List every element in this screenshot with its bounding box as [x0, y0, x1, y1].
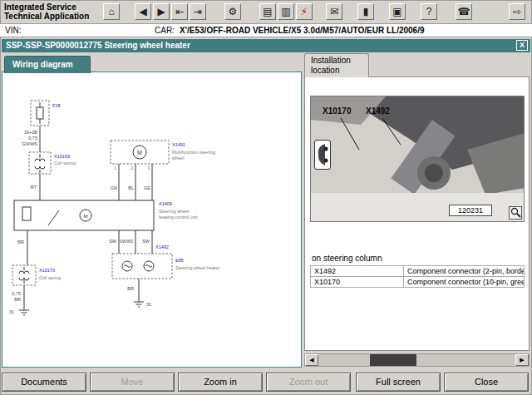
wire-swws-label: SW/WS: [120, 239, 133, 244]
wire-br-right-label: BR: [127, 286, 134, 291]
page-back-icon[interactable]: ⇤: [171, 3, 188, 20]
location-caption: on steering column: [312, 254, 382, 263]
close-button[interactable]: Close: [444, 373, 529, 392]
measurement-icon[interactable]: ▤: [259, 3, 276, 20]
heater-ref-label: E85: [175, 258, 184, 263]
battery-icon[interactable]: ▮: [357, 3, 374, 20]
wire-br-left-label: BR: [17, 239, 24, 244]
wire-ge-label: GE: [144, 185, 150, 190]
wire-bottom-line2: BR: [14, 297, 21, 302]
multifunction-label-line1: Multifunction steering: [172, 150, 215, 155]
wire-spec-line1: 16+2B: [24, 130, 37, 135]
wire-bl-label: BL: [128, 185, 134, 190]
coil-bottom-label: Coil spring: [39, 275, 61, 280]
tab-installation-location-line1: Installation: [311, 56, 368, 66]
forward-icon[interactable]: ▶: [153, 3, 170, 20]
documents-button[interactable]: Documents: [2, 373, 86, 392]
installation-photo[interactable]: X10170 X1492 120231: [310, 96, 525, 222]
pin-number-1: 1: [114, 166, 116, 170]
fuse-ref-label: F28: [52, 103, 60, 108]
pin-number-2: 2: [131, 166, 133, 170]
connection-icon[interactable]: ⚡: [296, 3, 313, 20]
vin-label: VIN:: [5, 24, 21, 37]
app-title-line2: Technical Application: [4, 12, 89, 21]
horizontal-scrollbar[interactable]: ◀ ▶: [304, 353, 530, 367]
scroll-left-icon[interactable]: ◀: [305, 354, 318, 366]
photo-label-x10170: X10170: [323, 106, 351, 116]
display-icon[interactable]: ▥: [278, 3, 294, 20]
control-unit-ref-label: A1409: [159, 201, 172, 206]
tab-installation-location-line2: location: [311, 66, 368, 76]
wiring-diagram-panel: M M: [2, 72, 302, 368]
tab-wiring-diagram[interactable]: Wiring diagram: [4, 56, 91, 73]
car-value: X'/E53/OFF-ROAD VEHICLE/X5 3.0d/M57/AUTO…: [180, 24, 425, 37]
back-icon[interactable]: ◀: [135, 3, 151, 20]
move-button: Move: [90, 373, 175, 392]
multifunction-symbol-letter: M: [137, 150, 142, 156]
connector-name: X1492: [311, 266, 404, 276]
ground-left-label: 31: [9, 309, 14, 314]
scrollbar-track[interactable]: [318, 354, 515, 366]
coil-top-ref-label: X10169: [54, 154, 70, 159]
scrollbar-thumb[interactable]: [370, 354, 416, 366]
tab-wiring-diagram-label: Wiring diagram: [12, 60, 73, 69]
help-icon[interactable]: ?: [421, 3, 437, 20]
wire-spec-line2: 0,75: [28, 136, 37, 141]
photo-label-x1492: X1492: [366, 106, 390, 116]
ground-right-label: 31: [146, 302, 151, 307]
vin-bar: VIN: CAR: X'/E53/OFF-ROAD VEHICLE/X5 3.0…: [0, 23, 532, 37]
wire-rt-label: RT: [31, 185, 37, 190]
control-unit-label-line1: Steering wheel: [159, 209, 189, 214]
document-title-bar: SSP-SSP-SP0000012775 Steering wheel heat…: [2, 39, 530, 52]
table-row: X10170 Component connector (10-pin, gree…: [311, 277, 525, 288]
connector-description: Component connector (10-pin, green,: [404, 277, 525, 287]
fuse-symbol: [37, 102, 43, 124]
car-label: CAR:: [155, 24, 175, 37]
document-title: SSP-SSP-SP0000012775 Steering wheel heat…: [6, 41, 190, 50]
control-unit-label-line2: heating control unit: [159, 215, 198, 220]
wire-sw1-label: SW: [109, 239, 117, 244]
ground-symbols: [19, 302, 144, 315]
connector-x1492-label: X1492: [155, 244, 169, 249]
app-title: Integrated Service Technical Application: [4, 2, 89, 21]
wire-sw2-label: SW: [142, 239, 150, 244]
heater-element-symbols: [122, 261, 154, 271]
control-unit-symbol-letter: M: [84, 214, 88, 219]
coil-top-label: Coil spring: [54, 160, 76, 165]
scroll-right-icon[interactable]: ▶: [515, 354, 529, 366]
tab-installation-location[interactable]: Installation location: [304, 53, 369, 77]
zoom-out-button: Zoom out: [266, 373, 351, 392]
app-window: Integrated Service Technical Application…: [0, 0, 532, 395]
connector-name: X10170: [311, 277, 404, 287]
zoom-in-button[interactable]: Zoom in: [178, 373, 263, 392]
table-row: X1492 Component connector (2-pin, bordea…: [311, 266, 525, 277]
connector-table: X1492 Component connector (2-pin, bordea…: [310, 265, 525, 288]
heater-label: Steering wheel heater: [175, 265, 220, 270]
magnifier-icon[interactable]: [509, 206, 522, 220]
image-number-badge: 120231: [449, 205, 492, 216]
diagram-component-boxes: [12, 101, 172, 285]
pin-number-3: 3: [147, 166, 150, 170]
wire-bottom-line1: 0,75: [12, 291, 21, 296]
installation-location-panel: X10170 X1492 120231 on steering column X: [304, 77, 530, 351]
page-forward-icon[interactable]: ⇥: [190, 3, 206, 20]
printer-icon[interactable]: ▣: [389, 3, 406, 20]
mail-icon[interactable]: ✉: [326, 3, 342, 20]
exit-icon[interactable]: ⇨: [509, 3, 525, 20]
full-screen-button[interactable]: Full screen: [356, 373, 441, 392]
multifunction-label-line2: wheel: [171, 156, 184, 160]
hotline-icon[interactable]: ☎: [456, 3, 472, 20]
wiring-diagram-canvas[interactable]: M M: [2, 72, 301, 367]
wire-gn-label: GN: [111, 185, 117, 190]
service-plan-icon[interactable]: ⚙: [224, 3, 241, 20]
coil-spring-symbols: [19, 154, 45, 284]
close-icon[interactable]: X: [516, 40, 528, 51]
wire-spec-line3: GN/WS: [22, 141, 37, 146]
car-position-icon: [314, 140, 331, 170]
coil-bottom-ref-label: X10170: [39, 268, 55, 273]
app-title-line1: Integrated Service: [4, 2, 89, 12]
multifunction-ref-label: X1491: [172, 142, 185, 147]
connector-description: Component connector (2-pin, bordeaux,: [404, 266, 525, 276]
home-icon[interactable]: ⌂: [103, 3, 120, 20]
